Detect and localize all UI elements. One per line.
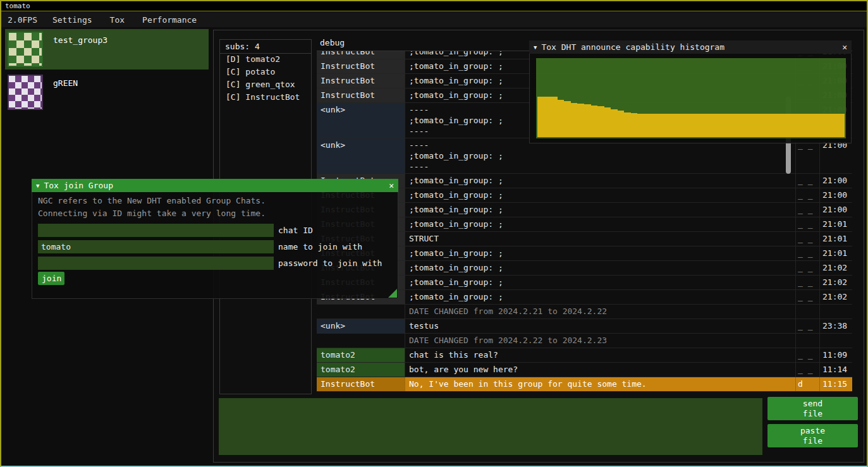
histogram-bar <box>651 114 658 137</box>
histogram-plot[interactable] <box>536 58 846 138</box>
paste-file-button[interactable]: paste file <box>767 424 858 447</box>
message-time: 21:01 <box>819 217 852 231</box>
message-time: 21:00 <box>819 138 852 173</box>
menu-item-settings[interactable]: Settings <box>44 12 101 27</box>
send-file-button[interactable]: send file <box>767 397 858 420</box>
message-time: 21:00 <box>819 203 852 217</box>
collapse-arrow-icon[interactable]: ▼ <box>534 44 537 51</box>
group-name: gREEN <box>53 78 78 88</box>
message-text: ;tomato_in_group: ; <box>405 188 796 202</box>
message-row[interactable]: DATE CHANGED from 2024.2.21 to 2024.2.22 <box>317 305 852 319</box>
group-item[interactable]: test_group3 <box>5 29 209 70</box>
chat-id-row: chat ID <box>38 224 313 237</box>
message-row[interactable]: tomato2bot, are you new here?_ _11:14 <box>317 363 852 377</box>
close-icon[interactable]: ✕ <box>842 42 847 52</box>
message-sender: InstructBot <box>317 74 405 88</box>
message-row[interactable]: <unk>testus_ _23:38 <box>317 319 852 334</box>
message-time: 21:01 <box>819 246 852 260</box>
histogram-bar <box>824 114 831 137</box>
message-text: ;tomato_in_group: ; <box>405 276 796 289</box>
message-flags <box>796 305 819 318</box>
message-sender: InstructBot <box>317 377 405 391</box>
histogram-window-titlebar[interactable]: ▼ Tox DHT announce capability histogram … <box>529 40 852 54</box>
message-time <box>819 334 852 348</box>
message-input[interactable] <box>219 398 762 455</box>
histogram-bar <box>591 106 598 137</box>
histogram-bar <box>618 111 625 137</box>
collapse-arrow-icon[interactable]: ▼ <box>36 183 39 189</box>
sub-member[interactable]: [C] green_qtox <box>220 79 311 92</box>
join-name-row: name to join with <box>38 240 362 253</box>
menu-item-performance[interactable]: Performance <box>133 12 205 27</box>
histogram-bar <box>644 114 651 137</box>
group-name: test_group3 <box>53 35 107 45</box>
message-time: 11:09 <box>819 348 852 362</box>
message-flags <box>796 334 819 348</box>
message-row[interactable]: DATE CHANGED from 2024.2.22 to 2024.2.23 <box>317 334 852 348</box>
message-time: 21:02 <box>819 261 852 275</box>
join-name-input[interactable] <box>38 240 274 253</box>
histogram-bar <box>764 114 771 137</box>
histogram-bar <box>811 114 818 137</box>
histogram-bar <box>558 100 565 137</box>
chat-id-label: chat ID <box>278 226 313 235</box>
chat-id-input[interactable] <box>38 224 274 237</box>
histogram-bar <box>637 114 644 137</box>
message-flags: _ _ <box>796 246 819 260</box>
sub-member[interactable]: [C] InstructBot <box>220 92 311 104</box>
message-flags: _ _ <box>796 348 819 362</box>
histogram-bar <box>564 101 571 137</box>
histogram-bar <box>678 114 685 137</box>
message-flags: _ _ <box>796 203 819 217</box>
message-row[interactable]: <unk>----;tomato_in_group: ;----_ _21:00 <box>317 138 852 174</box>
sub-member[interactable]: [C] potato <box>220 66 311 79</box>
join-password-row: password to join with <box>38 257 382 270</box>
message-time: 11:14 <box>819 363 852 377</box>
histogram-bar <box>744 114 751 137</box>
join-window-body: NGC refers to the New DHT enabled Group … <box>32 192 398 299</box>
histogram-bar <box>551 97 558 137</box>
sub-member[interactable]: [D] tomato2 <box>220 54 311 66</box>
message-sender: InstructBot <box>317 88 405 102</box>
message-sender: InstructBot <box>317 51 405 59</box>
message-row[interactable]: InstructBotNo, I've been in this group f… <box>317 377 852 392</box>
message-sender: <unk> <box>317 138 405 173</box>
message-time: 21:00 <box>819 174 852 188</box>
message-time: 23:38 <box>819 319 852 333</box>
menu-item-tox[interactable]: Tox <box>101 12 133 27</box>
histogram-bar <box>584 104 591 137</box>
menu-items: SettingsToxPerformance <box>44 12 205 27</box>
histogram-bar <box>798 114 805 137</box>
join-password-label: password to join with <box>278 258 382 268</box>
histogram-bar <box>537 97 544 137</box>
fps-counter: 2.0FPS <box>1 15 44 25</box>
menu-bar: 2.0FPS SettingsToxPerformance <box>1 12 867 27</box>
join-password-input[interactable] <box>38 257 274 270</box>
window-titlebar[interactable]: tomato <box>1 1 867 11</box>
message-text: ;tomato_in_group: ; <box>405 246 796 260</box>
histogram-bar <box>544 97 551 137</box>
tab-debug[interactable]: debug <box>320 38 345 47</box>
join-button[interactable]: join <box>38 272 64 285</box>
histogram-bar <box>684 114 691 137</box>
group-avatar <box>8 75 43 110</box>
histogram-bar <box>805 114 812 137</box>
histogram-bar <box>631 113 638 137</box>
group-item[interactable]: gREEN <box>5 72 209 112</box>
message-text: ;tomato_in_group: ; <box>405 290 796 304</box>
histogram-bar <box>604 107 611 137</box>
resize-grip[interactable] <box>388 289 397 298</box>
close-icon[interactable]: ✕ <box>389 181 394 190</box>
message-row[interactable]: tomato2chat is this real?_ _11:09 <box>317 348 852 363</box>
join-desc-line1: NGC refers to the New DHT enabled Group … <box>38 196 266 205</box>
message-text: DATE CHANGED from 2024.2.21 to 2024.2.22 <box>405 305 796 318</box>
histogram-bar <box>738 114 745 137</box>
join-window-titlebar[interactable]: ▼ Tox join Group ✕ <box>32 179 398 192</box>
group-list: test_group3gREEN <box>5 29 209 115</box>
histogram-bar <box>778 114 785 137</box>
histogram-bar <box>698 114 705 137</box>
message-time: 21:02 <box>819 290 852 304</box>
subs-list: [D] tomato2[C] potato[C] green_qtox[C] I… <box>220 54 311 104</box>
histogram-bar <box>671 114 678 137</box>
group-avatar <box>8 32 43 67</box>
